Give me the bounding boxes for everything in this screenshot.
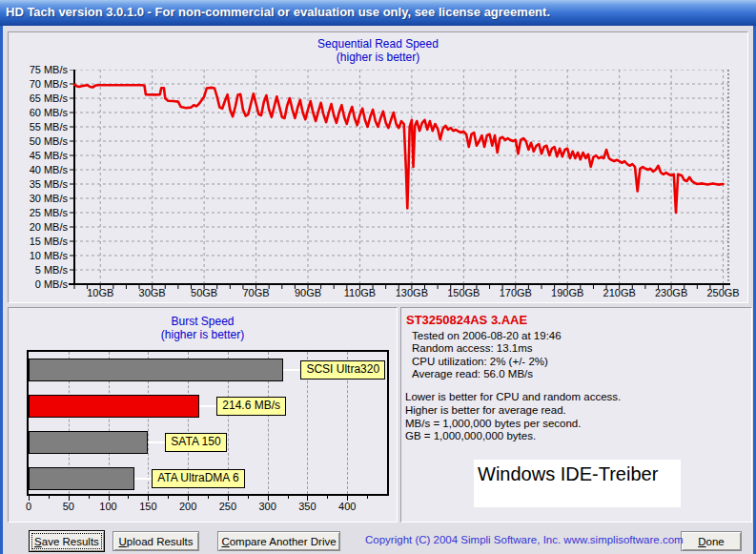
y-tick-label: 45 MB/s (9, 150, 68, 161)
save-results-button[interactable]: Save Results (29, 530, 105, 552)
burst-tick-label: 0 (12, 501, 45, 512)
copyright-text: Copyright (C) 2004 Simpli Software, Inc.… (365, 534, 684, 545)
burst-axis-tick (49, 496, 50, 499)
burst-bar-label: ATA UltraDMA 6 (152, 469, 245, 488)
stat-tested-on: Tested on 2006-08-20 at 19:46 (412, 330, 562, 341)
hd-tach-window: HD Tach version 3.0.1.0 - For non-commer… (0, 0, 756, 554)
stat-average-read: Average read: 56.0 MB/s (412, 368, 533, 380)
burst-tick-label: 250 (212, 501, 244, 512)
burst-tick-label: 400 (331, 501, 363, 512)
y-tick-label: 65 MB/s (9, 92, 68, 104)
window-border-left (0, 26, 3, 554)
y-tick-label: 0 MB/s (9, 278, 68, 290)
stat-random-access: Random access: 13.1ms (412, 342, 533, 354)
x-tick-label: 190GB (543, 287, 591, 298)
sequential-read-plot (68, 70, 735, 292)
bar-label-connector (283, 369, 300, 371)
burst-bar-label: 214.6 MB/s (216, 397, 286, 416)
x-tick-label: 210GB (596, 287, 644, 298)
x-tick-label: 230GB (647, 287, 695, 298)
burst-axis-tick (168, 496, 169, 499)
burst-speed-panel: Burst Speed (higher is better) SCSI Ultr… (8, 307, 398, 523)
burst-axis-tick (208, 496, 209, 499)
x-tick-label: 130GB (388, 287, 436, 298)
burst-chart-subtitle: (higher is better) (9, 328, 397, 341)
y-tick-label: 35 MB/s (9, 178, 68, 190)
y-tick-label: 20 MB/s (9, 221, 68, 233)
upload-results-button[interactable]: Upload Results (112, 531, 199, 551)
y-tick-label: 30 MB/s (9, 193, 68, 204)
note-higher-better: Higher is better for average read. (405, 404, 566, 416)
drive-info-panel: ST3250824AS 3.AAE Tested on 2006-08-20 a… (400, 307, 752, 523)
burst-bar-0 (29, 359, 283, 381)
y-tick-label: 5 MB/s (9, 264, 68, 276)
y-tick-label: 25 MB/s (9, 207, 68, 218)
note-mbs-definition: MB/s = 1,000,000 bytes per second. (405, 418, 581, 429)
y-tick-label: 40 MB/s (9, 164, 68, 175)
y-tick-label: 60 MB/s (9, 107, 68, 118)
bar-label-connector (199, 405, 216, 407)
seq-plot-svg (68, 70, 735, 292)
burst-bar-3 (29, 467, 134, 490)
read-speed-line (74, 85, 724, 213)
x-tick-label: 50GB (180, 287, 228, 298)
note-lower-better: Lower is better for CPU and random acces… (405, 391, 621, 402)
y-tick-label: 10 MB/s (9, 250, 68, 261)
burst-tick-label: 150 (132, 501, 164, 512)
burst-tick-label: 300 (252, 501, 284, 512)
bar-label-connector (148, 441, 165, 443)
y-tick-label: 70 MB/s (9, 78, 68, 90)
burst-bar-2 (29, 431, 148, 454)
burst-tick-label: 200 (172, 501, 204, 512)
burst-bar-1 (29, 395, 199, 418)
title-bar[interactable]: HD Tach version 3.0.1.0 - For non-commer… (0, 0, 756, 26)
note-gb-definition: GB = 1,000,000,000 bytes. (405, 430, 536, 441)
burst-axis-tick (89, 496, 90, 499)
x-tick-label: 170GB (492, 287, 540, 298)
sequential-read-panel: Sequential Read Speed (higher is better)… (8, 31, 748, 303)
drive-model-label: ST3250824AS 3.AAE (406, 313, 527, 327)
done-button[interactable]: Done (681, 531, 742, 551)
y-tick-label: 75 MB/s (9, 64, 68, 75)
seq-chart-title: Sequential Read Speed (9, 37, 747, 51)
bar-label-connector (134, 478, 152, 480)
burst-tick-label: 100 (92, 501, 125, 512)
burst-bar-chart: SCSI Ultra320214.6 MB/sSATA 150ATA Ultra… (27, 350, 389, 496)
compare-another-drive-button[interactable]: Compare Another Drive (217, 531, 340, 551)
seq-chart-subtitle: (higher is better) (9, 51, 747, 64)
burst-bar-label: SCSI Ultra320 (300, 360, 385, 380)
burst-axis-tick (367, 496, 368, 499)
x-tick-label: 90GB (284, 287, 332, 298)
burst-chart-title: Burst Speed (9, 315, 397, 328)
burst-axis-tick (248, 496, 249, 499)
x-tick-label: 10GB (76, 287, 124, 298)
burst-tick-label: 50 (52, 501, 85, 512)
burst-axis-tick (327, 496, 328, 499)
y-tick-label: 15 MB/s (9, 236, 68, 247)
y-tick-label: 50 MB/s (9, 135, 68, 147)
x-tick-label: 30GB (129, 287, 176, 298)
burst-bar-label: SATA 150 (165, 433, 226, 452)
burst-axis-tick (128, 496, 129, 499)
y-tick-label: 55 MB/s (9, 121, 68, 133)
x-tick-label: 150GB (439, 287, 487, 298)
x-tick-label: 250GB (700, 287, 747, 298)
window-title: HD Tach version 3.0.1.0 - For non-commer… (6, 5, 550, 19)
x-tick-label: 70GB (233, 287, 280, 298)
burst-axis-tick (288, 496, 289, 499)
burst-tick-label: 350 (291, 501, 323, 512)
driver-annotation: Windows IDE-Treiber (474, 460, 681, 507)
stat-cpu-utilization: CPU utilization: 2% (+/- 2%) (412, 356, 548, 367)
x-tick-label: 110GB (336, 287, 383, 298)
